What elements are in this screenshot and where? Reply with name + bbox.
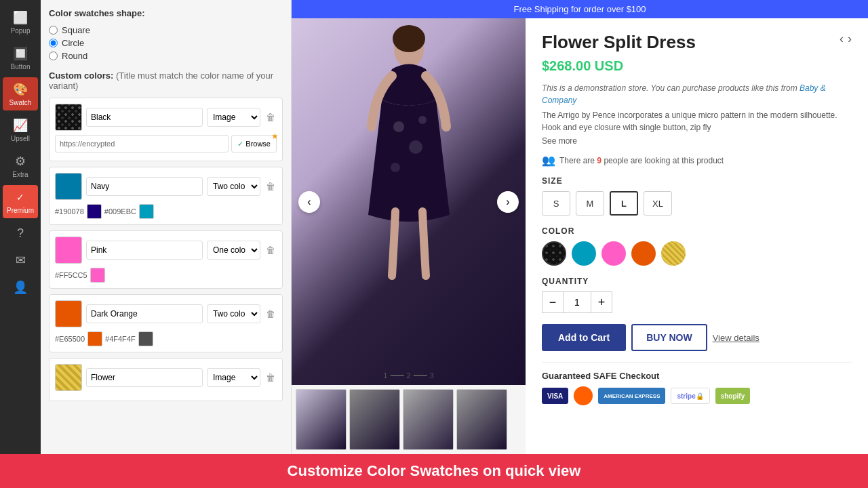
black-type-select[interactable]: Image One colo Two colo [207,108,260,127]
dark-orange-type-select[interactable]: Two colo One colo Image [207,304,260,323]
thumbnail-strip [292,385,526,454]
sidebar-item-popup[interactable]: ⬜ Popup [3,5,38,39]
pink-delete-button[interactable]: 🗑 [264,243,277,257]
black-name-input[interactable] [86,108,203,127]
shape-option-round[interactable]: Round [49,51,283,61]
pink-name-input[interactable] [86,241,203,260]
help-icon: ? [12,225,28,241]
color-entry-dark-orange: Two colo One colo Image 🗑 #E65500 #4F4F4… [49,294,283,352]
svg-point-1 [393,25,425,52]
product-nav: ‹ › [840,32,852,46]
quantity-label: QUANTITY [542,277,852,286]
navy-delete-button[interactable]: 🗑 [264,180,277,193]
color-entry-navy: Two colo One colo Image 🗑 #190078 #009EB… [49,167,283,225]
black-browse-button[interactable]: ✓ Browse ★ [231,135,277,152]
sidebar-item-swatch[interactable]: 🎨 Swatch [3,77,38,110]
svg-point-3 [409,140,422,154]
navy-name-input[interactable] [86,177,203,196]
black-delete-button[interactable]: 🗑 [264,110,277,124]
size-options: S M L XL [542,191,852,216]
product-details: ‹ › Flower Split Dress $268.00 USD This … [526,18,868,454]
color-swatch-black[interactable] [542,241,566,266]
thumbnail-4[interactable] [456,389,507,450]
view-details-link[interactable]: View details [713,333,760,343]
product-area: Free Shipping for order over $100 [292,0,868,454]
size-s-button[interactable]: S [542,191,570,216]
add-to-cart-button[interactable]: Add to Cart [542,324,626,351]
shape-option-circle[interactable]: Circle [49,38,283,48]
circle-radio[interactable] [49,39,58,47]
color-swatch-orange[interactable] [631,241,656,266]
size-xl-button[interactable]: XL [644,191,672,216]
flower-type-select[interactable]: Image One colo Two colo [207,368,260,387]
svg-point-4 [391,163,400,172]
image-placeholder [292,18,526,385]
navy-type-select[interactable]: Two colo One colo Image [207,177,260,196]
black-url-input[interactable] [55,135,229,152]
buy-now-button[interactable]: BUY NOW [631,324,707,351]
sidebar-item-extra[interactable]: ⚙ Extra [3,149,38,182]
navy-swatch-preview [55,173,82,200]
settings-panel: Color swatches shape: Square Circle Roun… [41,0,292,454]
flower-name-input[interactable] [86,368,203,387]
main-product-image: ‹ › 1 2 3 [292,18,526,385]
thumbnail-2[interactable] [349,389,400,450]
popup-icon: ⬜ [12,9,28,26]
shipping-bar: Free Shipping for order over $100 [292,0,868,18]
product-description-italic: This is a demonstration store. You can p… [542,82,852,106]
payment-icons: VISA AMERICAN EXPRESS stripe 🔒 shopify [542,386,852,405]
pink-type-select[interactable]: One colo Two colo Image [207,241,260,260]
thumbnail-1[interactable] [296,389,347,450]
dark-orange-swatch-preview [55,300,82,327]
safe-checkout: Guaranteed SAFE Checkout VISA AMERICAN E… [542,362,852,405]
color-swatch-yellow[interactable] [661,241,686,266]
next-image-button[interactable]: › [497,191,519,213]
upsell-icon: 📈 [12,117,28,134]
quantity-section: QUANTITY − + [542,277,852,313]
shape-option-square[interactable]: Square [49,25,283,35]
size-m-button[interactable]: M [576,191,604,216]
thumbnail-3[interactable] [403,389,454,450]
product-title: Flower Split Dress [542,32,818,53]
color-swatch-navy[interactable] [572,241,596,266]
sidebar-item-button[interactable]: 🔲 Button [3,41,38,75]
product-images: ‹ › 1 2 3 [292,18,526,454]
color-entry-pink: One colo Two colo Image 🗑 #FF5CC5 [49,230,283,289]
sidebar-item-mail[interactable]: ✉ [3,248,38,272]
bottom-banner: Customize Color Swatches on quick view [0,454,868,488]
size-l-button[interactable]: L [610,191,638,216]
shape-radio-group: Square Circle Round [49,25,283,61]
color-swatch-pink[interactable] [601,241,626,266]
quantity-decrease-button[interactable]: − [542,291,564,313]
svg-point-2 [393,121,404,132]
round-radio[interactable] [49,52,58,60]
premium-icon: ✓ [12,189,28,205]
flower-delete-button[interactable]: 🗑 [264,371,277,384]
see-more-link[interactable]: See more [542,136,852,146]
square-radio[interactable] [49,26,58,35]
next-product-button[interactable]: › [848,32,852,46]
quantity-input[interactable] [564,291,591,313]
button-icon: 🔲 [12,45,28,62]
svg-point-5 [418,116,427,124]
sidebar-item-upsell[interactable]: 📈 Upsell [3,113,38,146]
sidebar-item-help[interactable]: ? [3,221,38,245]
stripe-badge: stripe 🔒 [671,388,709,404]
pink-hex1-swatch [90,268,105,283]
prev-image-button[interactable]: ‹ [298,191,320,213]
swatch-icon: 🎨 [12,81,28,98]
sidebar-item-user[interactable]: 👤 [3,275,38,300]
quantity-increase-button[interactable]: + [591,291,612,313]
visa-badge: VISA [542,388,568,404]
safe-checkout-title: Guaranteed SAFE Checkout [542,371,852,381]
color-swatches [542,241,852,266]
prev-product-button[interactable]: ‹ [840,32,844,46]
sidebar-item-premium[interactable]: ✓ Premium [3,185,38,218]
watchers-bar: 👥 There are 9 people are looking at this… [542,154,852,167]
dark-orange-name-input[interactable] [86,304,203,323]
product-description-main: The Arrigo by Pence incorporates a uniqu… [542,109,852,134]
user-icon: 👤 [12,279,28,296]
quantity-controls: − + [542,291,852,313]
dark-orange-hex1-swatch [87,331,102,346]
dark-orange-delete-button[interactable]: 🗑 [264,307,277,321]
